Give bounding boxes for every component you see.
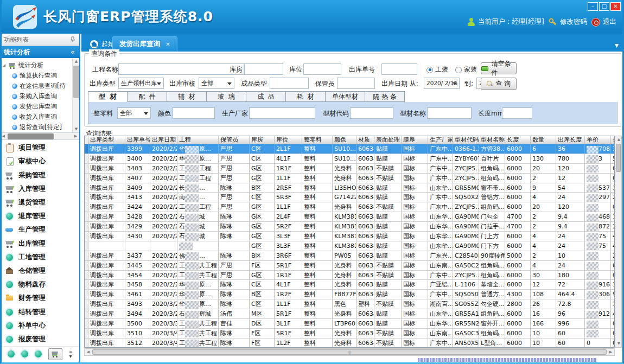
sidebar-item-采购管理[interactable]: 采购管理 bbox=[0, 168, 79, 182]
scroll-right-icon[interactable]: ▶ bbox=[72, 133, 79, 140]
sidebar-item-物料盘存[interactable]: 物料盘存 bbox=[0, 278, 79, 291]
color-input[interactable] bbox=[173, 107, 215, 119]
column-header-材质[interactable]: 材质 bbox=[356, 136, 374, 144]
material-tab-8[interactable]: 隔 热 条 bbox=[365, 91, 405, 102]
table-row[interactable]: 调拨出库34132020/2/26南…严思C区5R3F整料G714226063-… bbox=[85, 193, 614, 202]
table-row[interactable]: 调拨出库34932020/3/2华原…陈琳C区1L1F整料黑色塑料不贴膜国标湖南… bbox=[85, 299, 614, 309]
table-row[interactable]: 调拨出库34032020/2/25工工程严思G区1R1F整料光身料6063-T5… bbox=[85, 164, 614, 174]
sidebar-item-报废管理[interactable]: 报废管理 bbox=[0, 333, 79, 346]
tree-root[interactable]: ◢ 统计分析 bbox=[2, 60, 72, 71]
column-header-生产厂家[interactable]: 生产厂家 bbox=[428, 136, 453, 144]
material-tab-5[interactable]: 成 品 bbox=[246, 91, 286, 102]
column-header-颜色[interactable]: 颜色 bbox=[333, 136, 356, 144]
tab-close-icon[interactable]: × bbox=[165, 41, 170, 48]
column-header-膜厚[interactable]: 膜厚 bbox=[402, 136, 428, 144]
table-row[interactable]: 调拨出库34612020/2/28华原…陈琳B区1R2F整料F8877FT606… bbox=[85, 290, 614, 299]
material-tab-7[interactable]: 单体型材 bbox=[326, 91, 365, 102]
location-input[interactable] bbox=[303, 63, 341, 75]
product-type-input[interactable] bbox=[270, 78, 309, 89]
sidebar-item-补单中心[interactable]: 补单中心 bbox=[0, 319, 79, 333]
tree-item[interactable]: 退货查询[待定] bbox=[2, 122, 72, 132]
column-header-出库长度[interactable]: 出库长度 bbox=[556, 136, 585, 144]
length-input[interactable] bbox=[502, 107, 532, 119]
column-header-库位[interactable]: 库位 bbox=[275, 136, 302, 144]
column-header-金额[interactable]: 金额 bbox=[611, 136, 615, 144]
column-header-数量[interactable]: 数量 bbox=[531, 136, 556, 144]
scroll-up-icon[interactable]: ▲ bbox=[73, 58, 79, 65]
column-header-库房[interactable]: 库房 bbox=[250, 136, 275, 144]
tree-item[interactable]: 预算执行查询 bbox=[2, 71, 72, 81]
grid-vertical-scrollbar[interactable]: ▲ ▼ bbox=[615, 136, 622, 348]
table-row[interactable]: 调拨出库33992020/2/25华原…严思C区2L1F整料SU10…6063-… bbox=[85, 144, 614, 154]
profile-name-input[interactable] bbox=[427, 107, 472, 119]
tree-vertical-scrollbar[interactable]: ▲ ▼ bbox=[72, 58, 79, 133]
column-header-整零料[interactable]: 整零料 bbox=[302, 136, 333, 144]
sidebar-item-财务管理[interactable]: 财务管理 bbox=[0, 291, 79, 305]
scroll-up-icon[interactable]: ▲ bbox=[615, 136, 622, 143]
table-row[interactable]: 调拨出库34072020/2/25工工程严思G区1L1F整料光身料6063-T5… bbox=[85, 174, 614, 183]
overflow-chevron-icon[interactable]: »▾ bbox=[69, 350, 72, 359]
scroll-right-icon[interactable]: ▶ bbox=[607, 349, 614, 356]
collapse-icon[interactable]: « bbox=[71, 46, 75, 58]
whole-piece-select[interactable]: 全部 bbox=[117, 107, 151, 119]
column-header-表面处理[interactable]: 表面处理 bbox=[374, 136, 402, 144]
tab-overflow-icon[interactable]: ▼ bbox=[615, 43, 619, 48]
sidebar-item-退库管理[interactable]: 退库管理 bbox=[0, 209, 79, 223]
scroll-down-icon[interactable]: ▼ bbox=[615, 340, 622, 347]
column-header-型材代码[interactable]: 型材代码 bbox=[453, 136, 479, 144]
tree-item[interactable]: 收货入库查询 bbox=[2, 112, 72, 122]
radio-jiazhuang[interactable]: 家装 bbox=[455, 65, 477, 74]
tree-horizontal-scrollbar[interactable]: ◀ ▶ bbox=[0, 133, 79, 140]
material-tab-1[interactable]: 型 材 bbox=[88, 91, 128, 102]
scroll-left-icon[interactable]: ◀ bbox=[85, 349, 92, 356]
column-header-长度[interactable]: 长度 bbox=[505, 136, 531, 144]
table-row[interactable]: 调拨出库35122020/3/4工共工程陈琳F区1L2F整料光身料6063-T5… bbox=[85, 339, 614, 348]
sidebar-item-审核中心[interactable]: 审核中心 bbox=[0, 155, 79, 168]
material-tab-6[interactable]: 耗 材 bbox=[286, 91, 326, 102]
sidebar-item-工地管理[interactable]: 工地管理 bbox=[0, 251, 79, 264]
grid-horizontal-scrollbar[interactable]: ◀ ||| ▶ bbox=[84, 348, 615, 356]
sidebar-item-结转管理[interactable]: 结转管理 bbox=[0, 305, 79, 318]
column-header-型材名称[interactable]: 型材名称 bbox=[479, 136, 505, 144]
scroll-down-icon[interactable]: ▼ bbox=[73, 126, 79, 133]
table-row[interactable]: 调拨出库35002020/3/3工共工程曹佳D区3L1F整料LT3P606063… bbox=[85, 319, 614, 329]
out-type-select[interactable]: 生产领料出库 bbox=[118, 78, 164, 89]
table-row[interactable]: 调拨出库34002020/2/25华原…严思C区4L1F整料SU10…6063-… bbox=[85, 154, 614, 164]
sidebar-item-出库管理[interactable]: 出库管理 bbox=[0, 237, 79, 250]
sidebar-item-仓储管理[interactable]: 仓储管理 bbox=[0, 264, 79, 278]
table-row[interactable]: G区3L3F整料KLM38176063-T5贴膜国标山东华…GA90M09.门下… bbox=[85, 241, 614, 251]
column-header-出库类型[interactable]: 出库类型 bbox=[88, 136, 125, 144]
table-row[interactable]: 调拨出库34292020/2/26石城陈琳G区5R2F整料KLM38176063… bbox=[85, 222, 614, 232]
sidebar-item-生产管理[interactable]: 生产管理 bbox=[0, 223, 79, 237]
table-row[interactable]: 调拨出库34942020/3/2石辉城汤伟M区5R1F整料光身料6063-T5贴… bbox=[85, 309, 614, 319]
column-header-保管员[interactable]: 保管员 bbox=[219, 136, 250, 144]
expander-icon[interactable]: ◢ bbox=[2, 63, 7, 68]
stats-section-header[interactable]: 统计分析 « bbox=[0, 46, 79, 58]
material-tab-2[interactable]: 配 件 bbox=[128, 91, 167, 102]
table-row[interactable]: 调拨出库34372020/2/27佛…陈琳B区3R6F整料PW056063-T5… bbox=[85, 251, 614, 261]
minimize-button[interactable]: － bbox=[588, 2, 598, 11]
table-row[interactable]: 调拨出库34242020/2/26工工程严思G区1L1F整料光身料6063-T5… bbox=[85, 202, 614, 212]
column-header-工程[interactable]: 工程 bbox=[177, 136, 219, 144]
sidebar-item-退货管理[interactable]: 退货管理 bbox=[0, 196, 79, 209]
table-row[interactable]: 调拨出库34282020/2/26石城陈琳G区2L4F整料KLM38176063… bbox=[85, 212, 614, 222]
order-no-input[interactable] bbox=[381, 63, 417, 75]
cart-module-button[interactable] bbox=[48, 348, 62, 360]
profile-code-input[interactable] bbox=[350, 107, 393, 119]
table-row[interactable]: 调拨出库34452020/2/27工共工程严思F区5R1F整料光身料6063-T… bbox=[85, 261, 614, 271]
module-dot-icon[interactable] bbox=[35, 350, 42, 357]
tree-item[interactable]: 采购入库查询 bbox=[2, 91, 72, 101]
clear-conditions-button[interactable]: 清空条件 bbox=[481, 62, 517, 74]
logout-button[interactable]: 退出 bbox=[591, 17, 616, 27]
keeper-input[interactable] bbox=[337, 78, 375, 89]
audit-select[interactable]: 全部 bbox=[199, 78, 234, 89]
module-dot-icon[interactable] bbox=[21, 350, 28, 357]
radio-gongzhuang[interactable]: 工装 bbox=[426, 65, 448, 74]
table-row[interactable]: 调拨出库34302020/2/26石城陈琳G区3L3F整料KLM38176063… bbox=[85, 232, 614, 241]
column-header-出库单号[interactable]: 出库单号 bbox=[125, 136, 150, 144]
table-row[interactable]: 调拨出库34582020/2/28华原…陈琳C区4L1F整料光身料6063-T5… bbox=[85, 280, 614, 290]
change-password-button[interactable]: 修改密码 bbox=[549, 17, 587, 27]
maximize-button[interactable]: □ bbox=[599, 2, 609, 11]
material-tab-3[interactable]: 辅 材 bbox=[167, 91, 207, 102]
sidebar-item-入库管理[interactable]: 入库管理 bbox=[0, 182, 79, 196]
